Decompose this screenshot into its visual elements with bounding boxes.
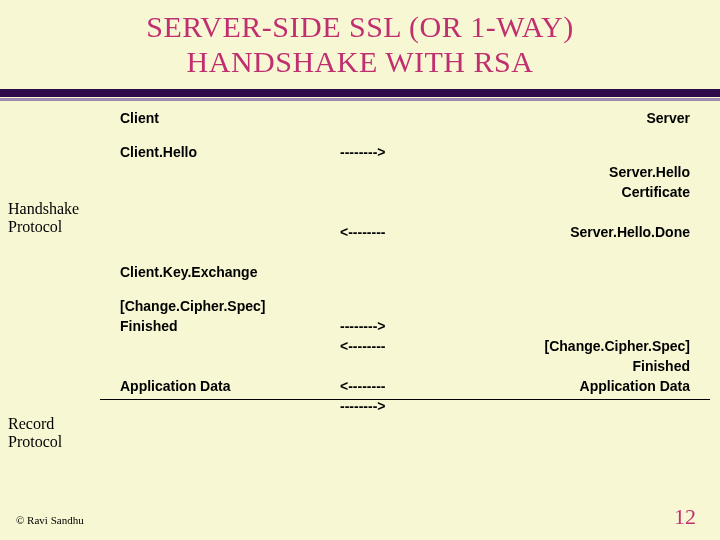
client-hello-msg: Client.Hello bbox=[120, 144, 315, 160]
row-server-hello: Server.Hello bbox=[120, 164, 710, 184]
row-change-cipher-client: [Change.Cipher.Spec] bbox=[120, 298, 710, 318]
certificate-msg: Certificate bbox=[470, 184, 710, 200]
arrow-left-icon: <-------- bbox=[315, 338, 470, 354]
finished-server-msg: Finished bbox=[470, 358, 710, 374]
row-client-key-exchange: Client.Key.Exchange bbox=[120, 264, 710, 284]
record-label-1: Record bbox=[8, 415, 54, 432]
server-hello-msg: Server.Hello bbox=[470, 164, 710, 180]
row-server-hello-done: <-------- Server.Hello.Done bbox=[120, 224, 710, 244]
arrow-right-icon: --------> bbox=[315, 318, 470, 334]
server-hello-done-msg: Server.Hello.Done bbox=[470, 224, 710, 240]
row-client-hello: Client.Hello --------> bbox=[120, 144, 710, 164]
arrow-left-icon: <-------- bbox=[315, 378, 470, 394]
slide-title: SERVER-SIDE SSL (OR 1-WAY) HANDSHAKE WIT… bbox=[0, 0, 720, 79]
title-rule-bottom bbox=[0, 98, 720, 101]
header-row: Client Server bbox=[120, 110, 710, 130]
handshake-label-2: Protocol bbox=[8, 218, 62, 235]
arrow-left-icon: <-------- bbox=[315, 224, 470, 240]
row-certificate: Certificate bbox=[120, 184, 710, 204]
title-line-1: SERVER-SIDE SSL (OR 1-WAY) bbox=[146, 10, 574, 43]
arrow-right-icon: --------> bbox=[315, 398, 470, 414]
change-cipher-server-msg: [Change.Cipher.Spec] bbox=[470, 338, 710, 354]
change-cipher-client-msg: [Change.Cipher.Spec] bbox=[120, 298, 315, 314]
page-number: 12 bbox=[674, 504, 696, 530]
row-finished-client: Finished --------> bbox=[120, 318, 710, 338]
app-data-client-msg: Application Data bbox=[120, 378, 315, 394]
title-line-2: HANDSHAKE WITH RSA bbox=[187, 45, 534, 78]
record-label-2: Protocol bbox=[8, 433, 62, 450]
app-data-server-msg: Application Data bbox=[470, 378, 710, 394]
arrow-right-icon: --------> bbox=[315, 144, 470, 160]
client-header: Client bbox=[120, 110, 315, 126]
row-finished-server: Finished bbox=[120, 358, 710, 378]
client-key-exchange-msg: Client.Key.Exchange bbox=[120, 264, 315, 280]
title-rule-top bbox=[0, 89, 720, 97]
row-change-cipher-server: <-------- [Change.Cipher.Spec] bbox=[120, 338, 710, 358]
handshake-diagram: Client Server Client.Hello --------> Ser… bbox=[120, 110, 710, 400]
record-protocol-label: Record Protocol bbox=[8, 415, 62, 452]
copyright-text: © Ravi Sandhu bbox=[16, 514, 84, 526]
server-header: Server bbox=[470, 110, 710, 126]
handshake-label-1: Handshake bbox=[8, 200, 79, 217]
finished-client-msg: Finished bbox=[120, 318, 315, 334]
handshake-protocol-label: Handshake Protocol bbox=[8, 200, 79, 237]
section-divider bbox=[100, 399, 710, 400]
